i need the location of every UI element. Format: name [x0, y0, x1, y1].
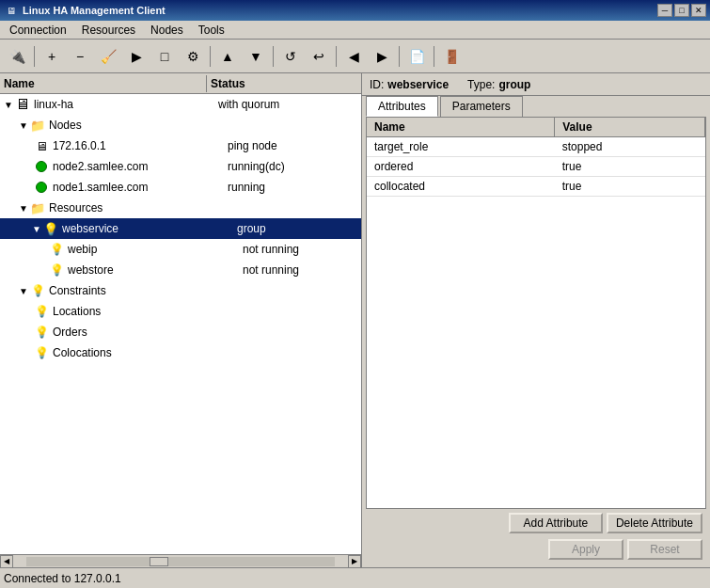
scroll-right-arrow[interactable]: ▶	[348, 555, 361, 568]
tab-attributes[interactable]: Attributes	[366, 96, 438, 117]
tree-item-resources[interactable]: ▼ 📁 Resources	[0, 198, 361, 218]
tree-item-locations[interactable]: 💡 Locations	[0, 301, 361, 322]
tree-item-node2[interactable]: node2.samlee.com running(dc)	[0, 156, 361, 177]
menu-tools[interactable]: Tools	[191, 22, 232, 39]
menu-connection[interactable]: Connection	[2, 22, 74, 39]
scroll-thumb[interactable]	[150, 557, 168, 566]
tree-item-nodes[interactable]: ▼ 📁 Nodes	[0, 115, 361, 135]
clean-button[interactable]: 🧹	[95, 44, 121, 69]
right-panel: ID: webservice Type: group Attributes Pa…	[362, 73, 710, 567]
webstore-icon: 💡	[49, 262, 64, 278]
add-button[interactable]: +	[39, 44, 65, 69]
label-resources: Resources	[47, 201, 216, 215]
label-webstore: webstore	[66, 263, 235, 277]
orders-icon: 💡	[34, 325, 49, 340]
reset-button[interactable]: Reset	[627, 539, 702, 560]
column-name: Name	[367, 118, 555, 137]
horizontal-scrollbar[interactable]: ◀ ▶	[0, 554, 361, 567]
label-constraints: Constraints	[47, 284, 216, 297]
status-linux-ha: with quorum	[211, 98, 361, 111]
right-button[interactable]: ▶	[369, 44, 395, 69]
attributes-container: Name Value target_role stopped ordered t…	[366, 117, 706, 509]
add-attribute-button[interactable]: Add Attribute	[509, 513, 603, 533]
attr-row-target-role[interactable]: target_role stopped	[367, 137, 705, 157]
toolbar-separator-1	[34, 46, 35, 67]
tree-body[interactable]: ▼ 🖥 linux-ha with quorum ▼ 📁 Nodes 🖥	[0, 94, 361, 554]
locations-icon: 💡	[34, 304, 49, 319]
plug-button[interactable]: 🔌	[4, 44, 30, 69]
title-bar: 🖥 Linux HA Management Client ─ □ ✕	[0, 0, 710, 21]
toggle-linux-ha[interactable]: ▼	[2, 98, 15, 111]
menu-bar: Connection Resources Nodes Tools	[0, 21, 710, 40]
label-linux-ha: linux-ha	[32, 98, 211, 111]
attr-name-target-role: target_role	[367, 137, 555, 157]
webservice-icon: 💡	[43, 221, 58, 236]
toggle-constraints[interactable]: ▼	[17, 284, 30, 297]
label-colocations: Colocations	[51, 346, 220, 359]
settings-button[interactable]: ⚙	[180, 44, 206, 69]
scroll-left-arrow[interactable]: ◀	[0, 555, 13, 568]
tree-item-webstore[interactable]: 💡 webstore not running	[0, 260, 361, 280]
left-button[interactable]: ◀	[340, 44, 367, 69]
left-panel: Name Status ▼ 🖥 linux-ha with quorum ▼ 📁…	[0, 73, 362, 567]
column-value: Value	[555, 118, 705, 137]
attr-value-ordered: true	[555, 157, 705, 177]
refresh-button[interactable]: ↺	[277, 44, 304, 69]
tab-parameters[interactable]: Parameters	[440, 96, 523, 117]
constraints-icon: 💡	[30, 283, 45, 298]
up-button[interactable]: ▲	[214, 44, 241, 69]
id-value: webservice	[387, 78, 449, 91]
tree-item-webip[interactable]: 💡 webip not running	[0, 239, 361, 260]
label-orders: Orders	[51, 326, 220, 339]
menu-nodes[interactable]: Nodes	[143, 22, 191, 39]
status-text: Connected to 127.0.0.1	[4, 572, 121, 585]
apply-button[interactable]: Apply	[548, 539, 623, 560]
tree-item-webservice[interactable]: ▼ 💡 webservice group	[0, 218, 361, 239]
app-title: Linux HA Management Client	[23, 5, 166, 16]
tree-item-constraints[interactable]: ▼ 💡 Constraints	[0, 280, 361, 301]
minimize-button[interactable]: ─	[657, 4, 672, 17]
toolbar-separator-4	[336, 46, 337, 67]
toggle-resources[interactable]: ▼	[17, 201, 30, 215]
window-controls: ─ □ ✕	[657, 4, 706, 17]
webip-icon: 💡	[49, 242, 64, 257]
tree-header-status: Status	[207, 75, 249, 92]
menu-resources[interactable]: Resources	[74, 22, 143, 39]
stop-button[interactable]: □	[151, 44, 178, 69]
attr-row-collocated[interactable]: collocated true	[367, 177, 705, 197]
right-content: Attributes Parameters Name Value target_…	[362, 96, 710, 567]
tree-item-colocations[interactable]: 💡 Colocations	[0, 342, 361, 363]
undo-button[interactable]: ↩	[306, 44, 332, 69]
attr-row-ordered[interactable]: ordered true	[367, 157, 705, 177]
toolbar-separator-3	[273, 46, 274, 67]
monitor-icon: 🖥	[34, 138, 49, 153]
id-label: ID:	[370, 78, 384, 91]
play-button[interactable]: ▶	[123, 44, 150, 69]
tree-item-node1[interactable]: node1.samlee.com running	[0, 177, 361, 198]
exit-button[interactable]: 🚪	[438, 44, 465, 69]
tree-item-orders[interactable]: 💡 Orders	[0, 322, 361, 342]
label-node2: node2.samlee.com	[51, 160, 220, 173]
right-header: ID: webservice Type: group	[362, 73, 710, 96]
tree-item-172[interactable]: 🖥 172.16.0.1 ping node	[0, 135, 361, 156]
delete-attribute-button[interactable]: Delete Attribute	[607, 513, 702, 533]
tree-header: Name Status	[0, 73, 361, 94]
node2-icon	[34, 159, 49, 174]
maximize-button[interactable]: □	[674, 4, 689, 17]
scroll-track	[26, 557, 335, 566]
folder-resources-icon: 📁	[30, 200, 45, 215]
tree-item-linux-ha[interactable]: ▼ 🖥 linux-ha with quorum	[0, 94, 361, 115]
toggle-nodes[interactable]: ▼	[17, 119, 30, 132]
down-button[interactable]: ▼	[243, 44, 269, 69]
remove-button[interactable]: −	[67, 44, 93, 69]
attr-value-target-role: stopped	[555, 137, 705, 157]
attr-name-collocated: collocated	[367, 177, 555, 197]
close-button[interactable]: ✕	[691, 4, 706, 17]
attributes-table: Name Value target_role stopped ordered t…	[367, 118, 705, 197]
toggle-webservice[interactable]: ▼	[30, 222, 43, 235]
toolbar-separator-6	[434, 46, 434, 67]
status-webstore: not running	[235, 263, 361, 277]
doc-button[interactable]: 📄	[403, 44, 430, 69]
status-node1: running	[220, 181, 361, 194]
label-172: 172.16.0.1	[51, 139, 220, 152]
